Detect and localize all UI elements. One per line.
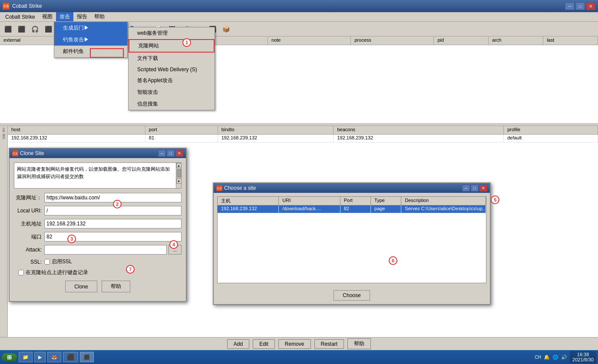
start-button[interactable]: ⊞: [2, 353, 17, 361]
toolbar-btn-3[interactable]: ⬛: [42, 23, 54, 35]
submenu-info[interactable]: 信息搜集: [129, 98, 215, 110]
ssl-checkbox-text: 启用SSL: [52, 258, 72, 265]
clock-time: 16:38: [572, 352, 594, 357]
menu-help[interactable]: 帮助: [91, 12, 108, 21]
th-pid: pid: [434, 36, 489, 45]
clone-desc-scrollbar[interactable]: ▲ ▼: [176, 163, 181, 188]
network-icon: 🌐: [552, 354, 558, 360]
td-beacons: 192.168.239.132: [334, 135, 504, 142]
menu-view[interactable]: 视图: [39, 12, 56, 21]
choose-close[interactable]: ✕: [479, 185, 487, 192]
choose-th-type: Type: [371, 197, 401, 205]
submenu-web-manage[interactable]: web服务管理: [129, 27, 215, 39]
th-process: process: [351, 36, 434, 45]
clone-close[interactable]: ✕: [175, 150, 183, 157]
remove-button[interactable]: Remove: [278, 339, 311, 349]
menu-report[interactable]: 报告: [73, 12, 91, 21]
choose-maximize[interactable]: □: [471, 185, 479, 192]
taskbar-app-folder[interactable]: 📁: [19, 352, 33, 362]
local-uri-row: Local URI:: [14, 206, 182, 215]
title-bar: CS Cobalt Strike ─ □ ✕: [0, 0, 598, 12]
choose-dialog-icon: CS: [216, 185, 222, 191]
title-bar-left: CS Cobalt Strike: [3, 3, 42, 10]
choose-footer: Choose: [214, 287, 490, 304]
add-button[interactable]: Add: [227, 339, 249, 349]
toolbar-btn-1[interactable]: ⬛: [2, 23, 14, 35]
td-host: 192.168.239.132: [8, 135, 145, 142]
local-uri-input[interactable]: [44, 206, 182, 215]
taskbar-app-play[interactable]: ▶: [34, 352, 46, 362]
submenu-item-shengcheng[interactable]: 生成后门▶: [54, 22, 127, 34]
attack-input[interactable]: [44, 245, 167, 255]
menu-cobaltstrike[interactable]: Cobalt Strike: [2, 13, 39, 21]
edit-button[interactable]: Edit: [253, 339, 275, 349]
td-profile: default: [504, 135, 598, 142]
scroll-down-arrow[interactable]: ▼: [176, 179, 182, 184]
keylog-checkbox-label[interactable]: 在克隆站点上进行键盘记录: [18, 269, 88, 276]
toolbar-btn-headset[interactable]: 🎧: [29, 23, 41, 35]
bth-beacons: beacons: [334, 126, 504, 134]
bth-host: host: [8, 126, 145, 134]
menu-attack[interactable]: 攻击: [56, 12, 73, 21]
help-button-main[interactable]: 帮助: [347, 338, 371, 349]
taskbar-app-cobalt[interactable]: ⬛: [80, 352, 94, 362]
choose-title-left: CS Choose a site: [216, 185, 256, 191]
submenu-smart-attack[interactable]: 智能攻击: [129, 86, 215, 98]
choose-button[interactable]: Choose: [334, 290, 370, 301]
firefox-icon: 🦊: [51, 354, 57, 360]
clock-date: 2021/8/30: [572, 357, 594, 362]
choose-dialog-title: Choose a site: [224, 185, 256, 191]
ssl-checkbox-label[interactable]: 启用SSL: [44, 258, 72, 265]
choose-td-type: page: [371, 205, 401, 213]
clock: 16:38 2021/8/30: [570, 351, 596, 363]
cobalt-icon: ⬛: [84, 354, 90, 360]
local-uri-label: Local URI:: [14, 208, 44, 214]
clone-button[interactable]: Clone: [65, 281, 97, 292]
minimize-button[interactable]: ─: [565, 2, 575, 10]
port-input[interactable]: [44, 232, 182, 242]
volume-icon: 🔊: [561, 354, 567, 360]
choose-th-desc: Description: [401, 197, 486, 205]
submenu-applet[interactable]: 签名Applet攻击: [129, 75, 215, 86]
clone-dialog-title: Clone Site: [20, 150, 44, 156]
choose-table-row[interactable]: 192.168.239.132 /download/hack.... 82 pa…: [218, 205, 486, 213]
close-button[interactable]: ✕: [586, 2, 595, 10]
clone-dialog-controls: ─ □ ✕: [158, 150, 183, 157]
ssl-checkbox[interactable]: [44, 259, 50, 265]
clone-minimize[interactable]: ─: [158, 150, 166, 157]
submenu-item-diaoyu[interactable]: 钓鱼攻击▶: [54, 34, 127, 46]
clone-help-button[interactable]: 帮助: [102, 281, 130, 292]
toolbar-btn-2[interactable]: ⬛: [15, 23, 27, 35]
toolbar-btn-box2[interactable]: 📦: [220, 23, 232, 35]
table-row: 192.168.239.132 81 192.168.239.132 192.1…: [8, 135, 598, 142]
maximize-button[interactable]: □: [575, 2, 585, 10]
badge-2: 2: [113, 200, 122, 208]
title-controls: ─ □ ✕: [565, 2, 595, 10]
keylog-checkbox-text: 在克隆站点上进行键盘记录: [26, 269, 88, 276]
choose-minimize[interactable]: ─: [462, 185, 470, 192]
taskbar-app-firefox[interactable]: 🦊: [47, 352, 61, 362]
choose-th-uri: URI: [279, 197, 340, 205]
submenu-file-download[interactable]: 文件下载: [129, 53, 215, 64]
clone-url-input[interactable]: [44, 193, 182, 202]
taskbar: ⊞ 📁 ▶ 🦊 ⬛ ⬛ CH 🔔 🌐 🔊 16:38 2021/8/30: [0, 350, 598, 364]
scroll-thumb[interactable]: [177, 169, 181, 178]
choose-dialog-title-bar: CS Choose a site ─ □ ✕: [214, 183, 490, 193]
restart-button[interactable]: Restart: [314, 339, 344, 349]
folder-icon: 📁: [23, 354, 29, 360]
ssl-label: SSL:: [14, 259, 44, 265]
submenu-scripted[interactable]: Scripted Web Delivery (S): [129, 64, 215, 75]
app-title: Cobalt Strike: [12, 3, 42, 9]
choose-dialog-controls: ─ □ ✕: [462, 185, 487, 192]
keylog-checkbox[interactable]: [18, 270, 24, 275]
submenu-item-youjian[interactable]: 邮件钓鱼: [54, 46, 127, 57]
web-attacks-submenu: web服务管理 克隆网站 文件下载 Scripted Web Delivery …: [128, 27, 215, 110]
scroll-up-arrow[interactable]: ▲: [176, 163, 182, 168]
th-note: note: [268, 36, 351, 45]
submenu-clone-site[interactable]: 克隆网站: [129, 39, 215, 53]
clone-description-area: 网站克隆者复制网站并修复代码，以便加载图像。您可以向克隆网站添加漏洞利用或捕获访…: [14, 162, 182, 189]
taskbar-app-terminal[interactable]: ⬛: [63, 352, 78, 362]
clone-maximize[interactable]: □: [167, 150, 175, 157]
notification-icon: 🔔: [544, 354, 550, 360]
host-input[interactable]: [44, 219, 182, 228]
